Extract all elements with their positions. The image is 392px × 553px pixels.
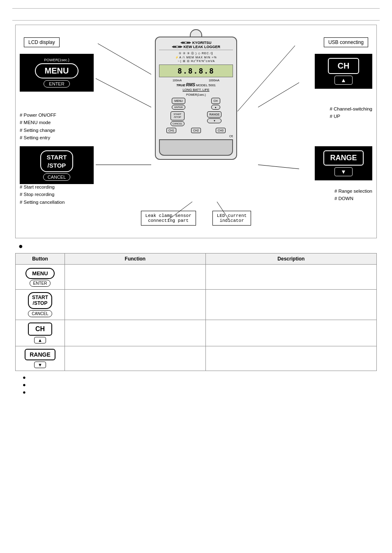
enter-button[interactable]: ENTER	[44, 80, 69, 88]
bullet-dot-1: ●	[18, 242, 23, 250]
table-header-description: Description	[205, 253, 376, 265]
menu-desc-2: # MENU mode	[20, 119, 56, 126]
lcd-display-label: LCD display	[24, 37, 60, 47]
table-cell-menu-btn: MENU ENTER	[16, 265, 65, 290]
function-table: Button Function Description MENU ENTER	[15, 253, 377, 371]
device-arrow-up-btn: ▲	[211, 105, 220, 110]
footer-bullet-1: ●	[23, 374, 380, 380]
device-body: ⋘⋙ KYORITSU⋘⋙ KEW LEAK LOGGER ① ② ③ ⓪ ) …	[155, 37, 237, 160]
table-cell-menu-description	[205, 265, 376, 290]
device-icons-row3: →| ⊞ ⊟ Hz°FK%°cmVA	[159, 60, 233, 63]
start-stop-panel: START /STOP CANCEL	[20, 146, 94, 184]
ch-panel: CH ▲	[315, 54, 372, 89]
svg-line-0	[98, 44, 151, 74]
start-desc-3: # Setting cancellation	[20, 198, 65, 206]
menu-panel: POWER(1sec.) MENU ENTER	[20, 54, 94, 92]
table-cell-range-btn: RANGE ▼	[16, 346, 65, 371]
device-cancel-btn: CANCEL	[171, 121, 184, 126]
start-desc-2: # Stop recording	[20, 191, 65, 198]
top-divider	[12, 8, 380, 9]
menu-desc-1: # Power ON/OFF	[20, 111, 56, 119]
footer-bullet-dot-3: ●	[23, 389, 26, 395]
device-arrow-down-btn: ▼	[207, 118, 221, 123]
table-header-button: Button	[16, 253, 65, 265]
range-desc-1: # Range selection	[334, 187, 372, 195]
table-cell-start-function	[65, 290, 206, 320]
device-long-batt: LONG BATT. LIFE	[159, 88, 233, 92]
led-indicator-label: LED currentindicator	[212, 211, 251, 226]
table-cell-menu-function	[65, 265, 206, 290]
footer-bullets: ● ● ●	[23, 374, 380, 395]
device-icons-row2: ⚡A /\ MEM MAX MIN ≈%	[159, 56, 233, 59]
range-panel: RANGE ▼	[315, 146, 372, 180]
menu-desc-3: # Setting change	[20, 127, 56, 134]
device-ch1-btn: CH1	[166, 128, 176, 133]
range-down-arrow[interactable]: ▼	[334, 167, 353, 176]
table-cancel-button: CANCEL	[28, 310, 52, 317]
table-row-ch: CH ▲	[16, 320, 377, 346]
table-row-menu: MENU ENTER	[16, 265, 377, 290]
footer-bullet-dot-1: ●	[23, 374, 26, 380]
range-desc-2: # DOWN	[334, 195, 372, 202]
table-cell-ch-function	[65, 320, 206, 346]
section-divider-1	[12, 20, 380, 21]
table-cell-start-description	[205, 290, 376, 320]
page: LCD display POWER(1sec.) MENU ENTER # Po…	[0, 0, 392, 407]
table-cell-range-description	[205, 346, 376, 371]
table-cell-start-btn: START/STOP CANCEL	[16, 290, 65, 320]
svg-line-4	[258, 83, 299, 107]
device-ce: C€	[159, 135, 233, 138]
device-start-stop-btn: START/STOP	[171, 111, 184, 120]
table-start-button: START/STOP	[28, 292, 52, 309]
range-button[interactable]: RANGE	[323, 150, 363, 166]
table-header-function: Function	[65, 253, 206, 265]
table-down-arrow: ▼	[34, 362, 46, 368]
power-label: POWER(1sec.)	[24, 58, 90, 62]
footer-bullet-dot-2: ●	[23, 382, 26, 388]
device-lcd: 8.8.8.8	[159, 65, 233, 77]
table-up-arrow: ▲	[34, 337, 46, 343]
svg-line-1	[238, 46, 295, 111]
device-ch2-btn: CH2	[191, 128, 201, 133]
device-menu-btn: MENU	[172, 98, 185, 104]
device-enter-btn: ENTER	[172, 105, 185, 110]
ch-desc-2: # UP	[330, 113, 372, 120]
menu-button[interactable]: MENU	[35, 63, 79, 78]
table-row-start: START/STOP CANCEL	[16, 290, 377, 320]
range-description: # Range selection # DOWN	[334, 187, 372, 203]
ch-desc-1: # Channel-switching	[330, 105, 372, 113]
device-buttons-row1: MENU ENTER CH ▲	[159, 98, 233, 110]
bottom-labels: Leak clamp sensorconnecting part LED cur…	[138, 211, 254, 226]
device-connector	[159, 139, 233, 156]
bullet-1: ●	[18, 242, 380, 250]
device-buttons-row2: START/STOP CANCEL RANGE ▼	[159, 111, 233, 126]
device-diagram: LCD display POWER(1sec.) MENU ENTER # Po…	[15, 25, 377, 238]
device-ma-labels: 100mA1000mA	[159, 79, 233, 82]
table-cell-range-function	[65, 346, 206, 371]
device-range-btn: RANGE	[207, 111, 221, 118]
device-brand: ⋘⋙ KYORITSU⋘⋙ KEW LEAK LOGGER	[159, 41, 233, 50]
table-ch-button: CH	[28, 323, 52, 336]
table-cell-ch-description	[205, 320, 376, 346]
svg-line-2	[96, 78, 151, 107]
footer-bullet-3: ●	[23, 389, 380, 395]
device-icons-row1: ① ② ③ ⓪ ) ◇ REC ⁄∥	[159, 51, 233, 55]
menu-desc-4: # Setting entry	[20, 134, 56, 141]
bullet-section: ●	[18, 242, 380, 250]
device-channels: CH1 CH2 CH3	[159, 128, 233, 133]
device-ch-btn: CH	[211, 98, 220, 104]
ch-up-arrow[interactable]: ▲	[334, 76, 353, 85]
cancel-button[interactable]: CANCEL	[43, 173, 71, 181]
footer-bullet-2: ●	[23, 382, 380, 388]
table-enter-button: ENTER	[30, 280, 51, 287]
device-power-label: POWER(1sec.)	[159, 93, 233, 96]
usb-label: USB connecting	[324, 37, 368, 47]
table-menu-button: MENU	[25, 268, 54, 279]
device-illustration: ⋘⋙ KYORITSU⋘⋙ KEW LEAK LOGGER ① ② ③ ⓪ ) …	[155, 29, 237, 160]
table-row-range: RANGE ▼	[16, 346, 377, 371]
table-range-button: RANGE	[25, 349, 55, 360]
ch-button[interactable]: CH	[328, 58, 360, 74]
menu-description: # Power ON/OFF # MENU mode # Setting cha…	[20, 111, 56, 142]
start-stop-button[interactable]: START /STOP	[40, 150, 74, 172]
start-description: # Start recording # Stop recording # Set…	[20, 183, 65, 206]
